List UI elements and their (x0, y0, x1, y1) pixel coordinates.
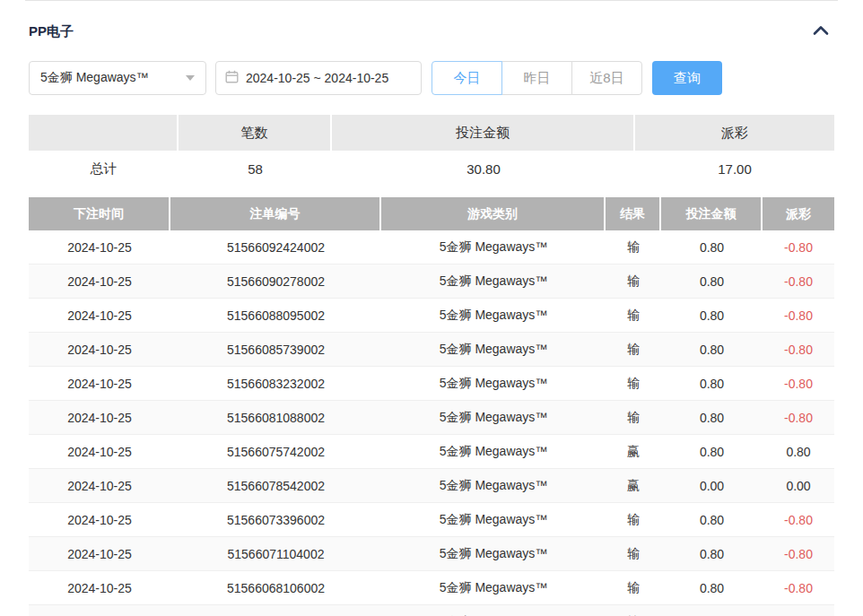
date-range-input[interactable]: 2024-10-25 ~ 2024-10-25 (215, 61, 422, 95)
game-type-cell: 5金狮 Megaways™ (381, 401, 606, 434)
summary-total-row: 总计 58 30.80 17.00 (29, 151, 834, 187)
chevron-down-icon (186, 75, 195, 81)
payout-cell: -0.80 (763, 401, 834, 434)
bet-amount-cell: 0.80 (661, 299, 763, 332)
bet-date-cell: 2024-10-25 (29, 503, 170, 536)
result-cell: 输 (606, 605, 661, 616)
game-type-cell: 5金狮 Megaways™ (381, 537, 606, 570)
game-type-cell: 5金狮 Megaways™ (381, 503, 606, 536)
quick-range-yesterday-button[interactable]: 昨日 (501, 61, 572, 95)
table-header-row: 下注时间 注单编号 游戏类别 结果 投注金额 派彩 (29, 197, 834, 230)
summary-total-label: 总计 (29, 151, 179, 187)
order-number-cell: 51566068106002 (170, 571, 381, 604)
quick-range-today-button[interactable]: 今日 (432, 61, 502, 95)
result-cell: 输 (606, 299, 661, 332)
result-cell: 赢 (606, 469, 661, 502)
order-number-cell: 51566073396002 (170, 503, 381, 536)
payout-cell: -0.80 (763, 605, 834, 616)
bet-date-cell: 2024-10-25 (29, 469, 170, 502)
bet-amount-cell: 0.80 (661, 571, 763, 604)
header-payout: 派彩 (763, 197, 834, 230)
bet-amount-cell: 0.80 (661, 401, 763, 434)
result-cell: 赢 (606, 435, 661, 468)
bet-date-cell: 2024-10-25 (29, 230, 170, 264)
result-cell: 输 (606, 333, 661, 366)
header-order-number: 注单编号 (170, 197, 381, 230)
summary-total-payout: 17.00 (635, 151, 834, 187)
summary-total-bet-amount: 30.80 (332, 151, 635, 187)
order-number-cell: 51566078542002 (170, 469, 381, 502)
game-type-cell: 5金狮 Megaways™ (381, 367, 606, 400)
summary-header-payout: 派彩 (635, 115, 834, 151)
bet-amount-cell: 0.00 (661, 469, 763, 502)
game-select[interactable]: 5金狮 Megaways™ (29, 61, 206, 95)
table-row: 2024-10-25 51566078542002 5金狮 Megaways™ … (29, 469, 834, 503)
summary-header-row: 笔数 投注金额 派彩 (29, 115, 834, 151)
bet-amount-cell: 0.80 (661, 265, 763, 298)
bet-amount-cell: 0.80 (661, 435, 763, 468)
pp-electronic-panel: PP电子 5金狮 Megaways™ 2024-10-2 (0, 22, 863, 616)
payout-cell: -0.80 (763, 265, 834, 298)
calendar-icon (225, 70, 239, 86)
bet-date-cell: 2024-10-25 (29, 367, 170, 400)
payout-cell: -0.80 (763, 299, 834, 332)
order-number-cell: 51566083232002 (170, 367, 381, 400)
search-button[interactable]: 查询 (652, 61, 722, 95)
game-type-cell: 5金狮 Megaways™ (381, 571, 606, 604)
game-type-cell: 5金狮 Megaways™ (381, 469, 606, 502)
payout-cell: -0.80 (763, 571, 834, 604)
bet-amount-cell: 0.80 (661, 503, 763, 536)
game-type-cell: 5金狮 Megaways™ (381, 333, 606, 366)
summary-header-bet-amount: 投注金额 (332, 115, 635, 151)
bet-date-cell: 2024-10-25 (29, 333, 170, 366)
game-type-cell: 5金狮 Megaways™ (381, 230, 606, 264)
game-type-cell: 5金狮 Megaways™ (381, 265, 606, 298)
table-row: 2024-10-25 51566071104002 5金狮 Megaways™ … (29, 537, 834, 571)
table-row: 2024-10-25 51566090278002 5金狮 Megaways™ … (29, 265, 834, 299)
table-row: 2024-10-25 51566075742002 5金狮 Megaways™ … (29, 435, 834, 469)
game-type-cell: 5金狮 Megaways™ (381, 605, 606, 616)
table-body: 2024-10-25 51566092424002 5金狮 Megaways™ … (29, 230, 834, 616)
page-title: PP电子 (29, 23, 74, 40)
table-row: 2024-10-25 51566073396002 5金狮 Megaways™ … (29, 503, 834, 537)
bet-amount-cell: 0.80 (661, 605, 763, 616)
bet-date-cell: 2024-10-25 (29, 605, 170, 616)
payout-cell: -0.80 (763, 367, 834, 400)
payout-cell: 0.80 (763, 435, 834, 468)
order-number-cell: 51566081088002 (170, 401, 381, 434)
top-divider (25, 0, 838, 1)
quick-range-group: 今日 昨日 近8日 (432, 61, 642, 95)
order-number-cell: 51566071104002 (170, 537, 381, 570)
result-cell: 输 (606, 230, 661, 264)
bet-date-cell: 2024-10-25 (29, 537, 170, 570)
summary-total-count: 58 (179, 151, 332, 187)
header-result: 结果 (606, 197, 661, 230)
header-bet-amount: 投注金额 (661, 197, 763, 230)
bet-amount-cell: 0.80 (661, 230, 763, 264)
game-type-cell: 5金狮 Megaways™ (381, 435, 606, 468)
header-bet-date: 下注时间 (29, 197, 170, 230)
table-row: 2024-10-25 51566088095002 5金狮 Megaways™ … (29, 299, 834, 333)
bet-amount-cell: 0.80 (661, 367, 763, 400)
table-row: 2024-10-25 51566065830002 5金狮 Megaways™ … (29, 605, 834, 616)
bet-amount-cell: 0.80 (661, 537, 763, 570)
bet-amount-cell: 0.80 (661, 333, 763, 366)
order-number-cell: 51566065830002 (170, 605, 381, 616)
result-cell: 输 (606, 571, 661, 604)
order-number-cell: 51566092424002 (170, 230, 381, 264)
collapse-panel-button[interactable] (813, 23, 834, 39)
table-row: 2024-10-25 51566092424002 5金狮 Megaways™ … (29, 230, 834, 265)
bet-date-cell: 2024-10-25 (29, 571, 170, 604)
order-number-cell: 51566090278002 (170, 265, 381, 298)
result-cell: 输 (606, 503, 661, 536)
bet-date-cell: 2024-10-25 (29, 265, 170, 298)
bet-date-cell: 2024-10-25 (29, 401, 170, 434)
payout-cell: -0.80 (763, 537, 834, 570)
bet-records-table: 下注时间 注单编号 游戏类别 结果 投注金额 派彩 2024-10-25 515… (29, 197, 834, 616)
result-cell: 输 (606, 265, 661, 298)
table-row: 2024-10-25 51566083232002 5金狮 Megaways™ … (29, 367, 834, 401)
payout-cell: 0.00 (763, 469, 834, 502)
table-row: 2024-10-25 51566081088002 5金狮 Megaways™ … (29, 401, 834, 435)
payout-cell: -0.80 (763, 230, 834, 264)
quick-range-last8days-button[interactable]: 近8日 (571, 61, 642, 95)
